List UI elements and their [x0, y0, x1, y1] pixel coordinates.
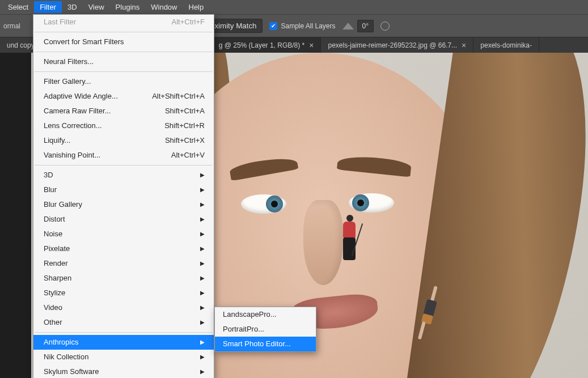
menu-select[interactable]: Select [2, 1, 34, 13]
tab-label: und copy [7, 41, 35, 49]
chevron-right-icon: ▶ [200, 199, 205, 210]
chevron-right-icon: ▶ [200, 352, 205, 362]
tab-label: g @ 25% (Layer 1, RGB/8) * [219, 41, 305, 49]
tab-1[interactable]: g @ 25% (Layer 1, RGB/8) *× [212, 37, 322, 53]
menu-item-nik-collection[interactable]: Nik Collection▶ [33, 350, 214, 364]
sample-all-label: Sample All Layers [281, 22, 335, 30]
tab-2[interactable]: pexels-jaime-reimer-2695232.jpg @ 66.7..… [321, 37, 473, 53]
chevron-right-icon: ▶ [200, 317, 205, 328]
menu-item-neural-filters[interactable]: Neural Filters... [33, 54, 214, 69]
angle-control[interactable]: 0° [342, 20, 374, 32]
chevron-right-icon: ▶ [200, 337, 205, 347]
menu-item-stylize[interactable]: Stylize▶ [33, 286, 214, 300]
chevron-right-icon: ▶ [200, 244, 205, 254]
chevron-right-icon: ▶ [200, 288, 205, 298]
menu-item-skylum[interactable]: Skylum Software▶ [33, 364, 214, 378]
menu-item-other[interactable]: Other▶ [33, 315, 214, 330]
submenu-item-smart-photo-editor[interactable]: Smart Photo Editor... [215, 337, 316, 351]
anthropics-submenu: LandscapePro... PortraitPro... Smart Pho… [214, 307, 316, 352]
tab-label: pexels-jaime-reimer-2695232.jpg @ 66.7..… [328, 41, 457, 49]
chevron-right-icon: ▶ [200, 170, 205, 180]
menu-item-noise[interactable]: Noise▶ [33, 227, 214, 241]
menu-view[interactable]: View [83, 1, 110, 13]
filter-menu: Last FilterAlt+Ctrl+F Convert for Smart … [33, 14, 214, 378]
menu-item-liquify[interactable]: Liquify...Shift+Ctrl+X [33, 133, 214, 148]
menu-3d[interactable]: 3D [62, 1, 83, 13]
menu-item-camera-raw[interactable]: Camera Raw Filter...Shift+Ctrl+A [33, 104, 214, 118]
menu-item-pixelate[interactable]: Pixelate▶ [33, 241, 214, 256]
menu-window[interactable]: Window [145, 1, 183, 13]
figure-climber-1 [337, 211, 361, 262]
menu-item-3d[interactable]: 3D▶ [33, 168, 214, 182]
chevron-right-icon: ▶ [200, 258, 205, 269]
menu-item-lens-correction[interactable]: Lens Correction...Shift+Ctrl+R [33, 118, 214, 133]
chevron-right-icon: ▶ [200, 229, 205, 239]
chevron-right-icon: ▶ [200, 367, 205, 377]
menu-item-distort[interactable]: Distort▶ [33, 212, 214, 227]
menu-help[interactable]: Help [183, 1, 210, 13]
chevron-right-icon: ▶ [200, 185, 205, 195]
submenu-item-portraitpro[interactable]: PortraitPro... [215, 322, 316, 337]
close-icon[interactable]: × [309, 41, 314, 50]
menu-item-vanishing-point[interactable]: Vanishing Point...Alt+Ctrl+V [33, 148, 214, 163]
menu-item-anthropics[interactable]: Anthropics▶ [33, 335, 214, 350]
chevron-right-icon: ▶ [200, 273, 205, 283]
menu-item-convert-smart[interactable]: Convert for Smart Filters [33, 35, 214, 49]
menubar: Select Filter 3D View Plugins Window Hel… [0, 0, 588, 14]
submenu-item-landscapepro[interactable]: LandscapePro... [215, 307, 316, 322]
menu-item-render[interactable]: Render▶ [33, 256, 214, 271]
menu-filter[interactable]: Filter [34, 1, 62, 13]
angle-value: 0° [357, 20, 374, 32]
menu-item-adaptive-wide-angle[interactable]: Adaptive Wide Angle...Alt+Shift+Ctrl+A [33, 89, 214, 104]
menu-item-filter-gallery[interactable]: Filter Gallery... [33, 74, 214, 89]
mode-label: ormal [3, 22, 20, 30]
menu-item-last-filter[interactable]: Last FilterAlt+Ctrl+F [33, 15, 214, 29]
check-icon: ✔ [269, 22, 277, 30]
menu-item-blur[interactable]: Blur▶ [33, 182, 214, 197]
tab-label: pexels-dominika- [480, 41, 532, 49]
close-icon[interactable]: × [462, 41, 466, 50]
chevron-right-icon: ▶ [200, 214, 205, 224]
menu-item-sharpen[interactable]: Sharpen▶ [33, 271, 214, 286]
menu-item-blur-gallery[interactable]: Blur Gallery▶ [33, 197, 214, 212]
chevron-right-icon: ▶ [200, 303, 205, 313]
menu-item-video[interactable]: Video▶ [33, 300, 214, 315]
sample-all-layers-checkbox[interactable]: ✔ Sample All Layers [269, 22, 335, 30]
pressure-icon[interactable] [380, 22, 390, 31]
angle-icon [342, 23, 354, 29]
menu-plugins[interactable]: Plugins [110, 1, 146, 13]
tab-3[interactable]: pexels-dominika- [473, 37, 539, 53]
